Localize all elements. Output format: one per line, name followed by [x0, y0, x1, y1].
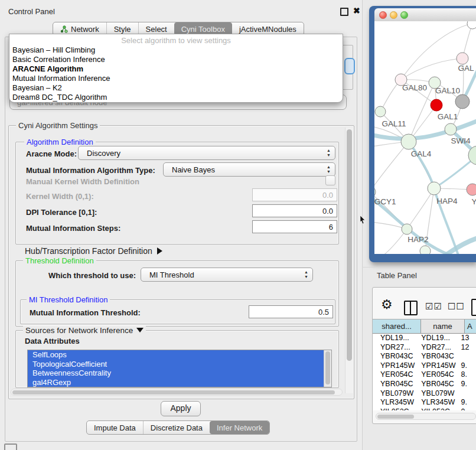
attribute-item[interactable]: BetweennessCentrality: [28, 369, 331, 378]
table-row[interactable]: YER054CYER054C8.: [373, 370, 476, 380]
tab-label: Network: [71, 25, 99, 34]
scrollbar-thumb[interactable]: [347, 129, 352, 361]
node-label: Y: [471, 197, 476, 206]
minimize-window-button[interactable]: [390, 11, 397, 19]
gear-icon[interactable]: ⚙: [381, 297, 393, 312]
sources-toggle[interactable]: Sources for Network Inference: [23, 326, 146, 335]
scrollbar-thumb[interactable]: [377, 415, 414, 419]
table-cell: YBR043C: [373, 352, 418, 361]
float-panel-icon[interactable]: [340, 8, 348, 16]
close-panel-icon[interactable]: ✖: [353, 6, 360, 15]
dpi-tolerance-field[interactable]: 0.0: [252, 204, 337, 217]
data-attributes-list[interactable]: SelfLoopsTopologicalCoefficientBetweenne…: [27, 350, 332, 387]
dpi-tolerance-label: DPI Tolerance [0,1]:: [26, 208, 97, 217]
scrollbar-thumb[interactable]: [12, 390, 335, 394]
dropdown-prompt: Select algorithm to view settings: [9, 36, 343, 45]
focused-spinner-button[interactable]: [344, 58, 355, 74]
which-threshold-combo[interactable]: MI Threshold ▲▼: [141, 268, 313, 282]
list-scrollbar-thumb[interactable]: [325, 351, 330, 384]
network-node[interactable]: [375, 106, 386, 117]
mi-type-combo[interactable]: Naive Bayes ▲▼: [163, 162, 335, 177]
table-row[interactable]: YBL079WYBL079W: [373, 389, 476, 399]
table-cell: YPR145W: [373, 361, 418, 371]
aracne-mode-combo[interactable]: Discovery ▲▼: [78, 146, 335, 160]
column-header-shared-name[interactable]: shared...: [373, 319, 421, 333]
zoom-window-button[interactable]: [400, 11, 408, 19]
network-node[interactable]: [455, 94, 470, 109]
attribute-item[interactable]: TopologicalCoefficient: [28, 360, 331, 369]
algorithm-dropdown-list: Bayesian – Hill ClimbingBasic Correlatio…: [9, 45, 343, 102]
sources-title: Sources for Network Inference: [25, 326, 133, 335]
table-row[interactable]: YDR27...YDR27...12: [373, 343, 476, 353]
table-cell: YDR27...: [373, 343, 418, 353]
tab-discretize-data[interactable]: Discretize Data: [143, 421, 210, 434]
select-all-icon[interactable]: ☑☑: [425, 301, 442, 312]
settings-horizontal-scrollbar[interactable]: [11, 389, 343, 396]
node-label: GAL10: [435, 86, 460, 95]
attribute-item[interactable]: gal4RGexp: [28, 378, 331, 387]
network-node[interactable]: [401, 134, 416, 149]
kernel-width-field[interactable]: 0.0: [252, 188, 337, 201]
docked-panel-chip[interactable]: [4, 444, 17, 450]
network-node[interactable]: [428, 182, 441, 195]
table-row[interactable]: YLR345WYLR345W9.: [373, 398, 476, 407]
network-node[interactable]: [402, 224, 412, 234]
split-view-icon[interactable]: [404, 301, 418, 315]
table-row[interactable]: YDL19...YDL19...13: [373, 334, 476, 343]
apply-button[interactable]: Apply: [161, 401, 201, 416]
combo-value: Discovery: [87, 149, 120, 158]
network-node[interactable]: [445, 123, 457, 135]
close-window-button[interactable]: [379, 11, 387, 19]
manual-kernel-checkbox[interactable]: [325, 175, 335, 185]
network-edge[interactable]: [407, 188, 434, 229]
network-node[interactable]: [467, 184, 476, 195]
deselect-all-icon[interactable]: ☐☐: [448, 301, 465, 312]
dropdown-item[interactable]: Bayesian – Hill Climbing: [9, 45, 343, 55]
node-label: GAL80: [402, 83, 427, 92]
dropdown-item[interactable]: Bayesian – K2: [9, 83, 343, 93]
table-row[interactable]: YPR145WYPR145W9.: [373, 361, 476, 371]
tab-infer-network[interactable]: Infer Network: [210, 421, 269, 434]
network-edge[interactable]: [401, 58, 462, 80]
dropdown-item[interactable]: Mutual Information Inference: [9, 74, 343, 83]
network-node[interactable]: [431, 99, 442, 111]
node-label: GAL11: [382, 119, 406, 128]
table-cell: 9.: [459, 361, 476, 371]
table-row[interactable]: YIL052CYIL052C0.: [373, 407, 476, 410]
attribute-item[interactable]: SelfLoops: [28, 350, 331, 360]
expand-right-icon: [157, 247, 162, 255]
settings-vertical-scrollbar[interactable]: [345, 128, 353, 393]
tab-impute-data[interactable]: Impute Data: [87, 421, 143, 434]
column-header-name[interactable]: name: [421, 319, 465, 333]
group-title: Threshold Definition: [23, 256, 96, 265]
table-horizontal-scrollbar[interactable]: [376, 413, 476, 420]
network-node[interactable]: [420, 246, 431, 254]
network-canvas-svg[interactable]: GALGAL80GAL10GAL1GAL11SWI4GAL4GCY1HAP4YH…: [374, 21, 476, 254]
table-row[interactable]: YBR043CYBR043C: [373, 352, 476, 361]
mi-type-label: Mutual Information Algorithm Type:: [26, 166, 155, 175]
network-edge[interactable]: [374, 142, 409, 192]
network-node[interactable]: [457, 53, 468, 64]
table-cell: 12: [459, 343, 476, 353]
network-node[interactable]: [467, 21, 476, 29]
dropdown-item[interactable]: Dream8 DC_TDC Algorithm: [9, 93, 343, 102]
node-label: GAL: [458, 64, 474, 73]
network-edge-highlighted[interactable]: [444, 237, 476, 254]
network-canvas[interactable]: GALGAL80GAL10GAL1GAL11SWI4GAL4GCY1HAP4YH…: [374, 21, 476, 254]
mi-steps-field[interactable]: 6: [252, 220, 337, 233]
mouse-cursor: [360, 216, 367, 224]
dropdown-item[interactable]: ARACNE Algorithm: [9, 64, 343, 74]
column-header-clipped[interactable]: A: [465, 319, 476, 333]
hub-definition-toggle[interactable]: Hub/Transcription Factor Definition: [25, 246, 162, 256]
mi-threshold-field[interactable]: 0.5: [249, 305, 333, 318]
table-row[interactable]: YBR045CYBR045C9.: [373, 380, 476, 389]
panel-icon[interactable]: [471, 299, 476, 316]
table-cell: YBL079W: [418, 389, 459, 399]
list-scrollbar[interactable]: [324, 350, 331, 387]
table-header-row: shared... name A: [373, 319, 476, 334]
dropdown-item[interactable]: Basic Correlation Inference: [9, 55, 343, 64]
table-cell: YBR045C: [418, 380, 459, 389]
network-window-titlebar[interactable]: [374, 8, 476, 22]
group-title: Algorithm Definition: [24, 138, 96, 146]
network-view-window[interactable]: GALGAL80GAL10GAL1GAL11SWI4GAL4GCY1HAP4YH…: [369, 6, 476, 262]
